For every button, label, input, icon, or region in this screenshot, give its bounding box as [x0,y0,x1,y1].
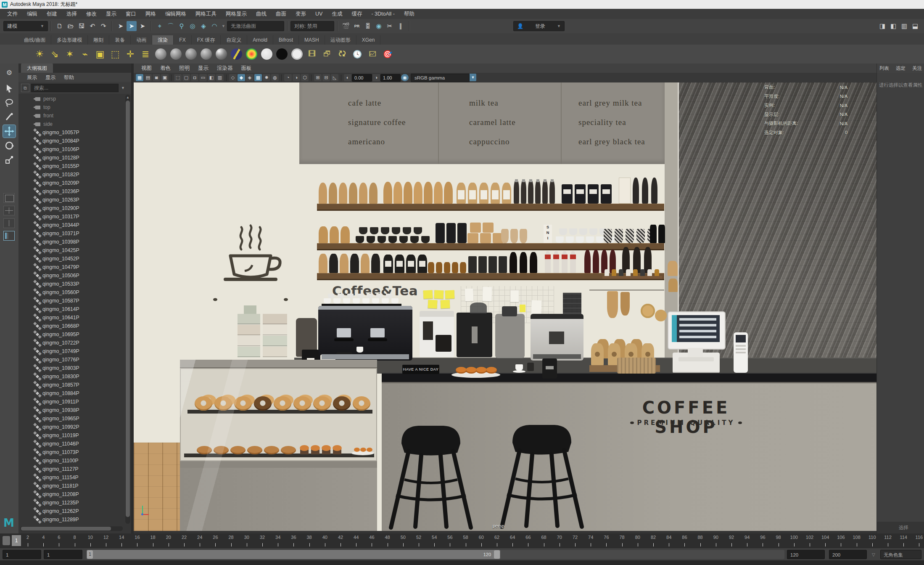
timeline-tick-label[interactable]: 62 [489,535,504,540]
timeline-tick-label[interactable]: 74 [583,535,598,540]
light-editor-icon[interactable]: ✛ [124,48,137,61]
viewport-toggle-icon[interactable]: ✸ [263,74,270,81]
timeline-tick-label[interactable]: 72 [568,535,583,540]
exposure-field[interactable]: 0.00 [352,74,372,82]
viewport-menu-item[interactable]: 显示 [194,65,213,72]
menu-item[interactable]: 帮助 [399,9,419,19]
outliner-horizontal-scrollbar[interactable] [20,526,123,531]
viewport-canvas[interactable]: 背面:N/A平滑度:N/A实例:N/A显示层:N/A与摄影机的距离:N/A选定对… [134,82,876,531]
scale-tool-icon[interactable] [3,154,16,166]
scroll-up-icon[interactable]: ▲ [125,95,130,100]
menu-item[interactable]: 缓存 [347,9,367,19]
viewport-menu-item[interactable]: 视图 [137,65,156,72]
outliner-mesh-row[interactable]: qingmo_11019P [18,431,124,440]
timeline-tick-label[interactable]: 88 [693,535,708,540]
batch-render-icon[interactable]: 🗗 [321,48,333,61]
playback-start-field[interactable]: 1 [44,550,82,559]
outliner-mesh-row[interactable]: qingmo_10128P [18,154,124,162]
outliner-mesh-row[interactable]: qingmo_10830P [18,372,124,381]
use-background-icon[interactable] [275,48,288,61]
menu-item[interactable]: 修改 [82,9,101,19]
outliner-menu-item[interactable]: 显示 [41,74,60,81]
timeline-tick-label[interactable]: 112 [880,535,895,540]
viewport-toggle-icon[interactable]: ⬚ [174,74,182,81]
outliner-mesh-row[interactable]: qingmo_10533P [18,280,124,288]
timeline-tick-label[interactable]: 116 [911,535,924,540]
shelf-tab[interactable]: FX 缓存 [192,35,221,45]
shelf-tab[interactable]: Bifrost [273,35,299,45]
exposure-icon[interactable]: ◐ [344,74,351,81]
viewport-toggle-icon[interactable]: ▥ [216,74,224,81]
timeline-tick-label[interactable]: 44 [348,535,364,540]
outliner-vertical-scrollbar[interactable]: ▲ [125,95,130,524]
viewport-toggle-icon[interactable]: ◈ [246,74,253,81]
menu-item[interactable]: 网格工具 [191,9,221,19]
channel-box-menu-item[interactable]: 关注 [912,65,922,72]
outliner-mesh-row[interactable]: qingmo_10425P [18,246,124,255]
render-view-icon[interactable]: ◉ [374,21,384,31]
timeline-tick-label[interactable]: 6 [51,535,66,540]
outliner-mesh-row[interactable]: qingmo_11235P [18,499,124,507]
outliner-mesh-row[interactable]: qingmo_10992P [18,423,124,431]
timeline-tick-label[interactable]: 2 [20,535,35,540]
outliner-mesh-row[interactable]: qingmo_10641P [18,313,124,322]
directional-light-icon[interactable]: ⇘ [48,48,61,61]
outliner-mesh-row[interactable]: qingmo_10236P [18,187,124,196]
outliner-camera-row[interactable]: top [18,103,124,111]
render-settings-icon[interactable]: 🎛 [363,21,373,31]
viewport-toggle-icon[interactable]: ◇ [229,74,237,81]
timeline-tick-label[interactable]: 36 [286,535,301,540]
menu-item[interactable]: 文件 [3,9,22,19]
outliner-mesh-row[interactable]: qingmo_10695P [18,330,124,339]
outliner-mesh-row[interactable]: qingmo_10722P [18,339,124,347]
animation-end-field[interactable]: 200 [829,550,867,559]
timeline-tick-label[interactable]: 94 [739,535,755,540]
outliner-mesh-row[interactable]: qingmo_10776P [18,355,124,364]
outliner-mesh-row[interactable]: qingmo_10106P [18,145,124,154]
outliner-mesh-row[interactable]: qingmo_11262P [18,507,124,515]
timeline-tick-label[interactable]: 8 [67,535,82,540]
channel-box-menu-item[interactable]: 列表 [879,65,889,72]
shelf-tab[interactable]: 渲染 [152,35,174,45]
timeline-tick-label[interactable]: 60 [474,535,489,540]
viewport-toggle-icon[interactable]: ◔ [284,74,292,81]
viewport-toggle-icon[interactable]: ▢ [182,74,190,81]
outliner-mesh-row[interactable]: qingmo_10479P [18,263,124,271]
menu-item[interactable]: 创建 [42,9,62,19]
timeline-tick-label[interactable]: 78 [615,535,630,540]
viewport-toggle-icon[interactable]: ⊟ [322,74,330,81]
render-settings-shelf-icon[interactable]: 🎞 [306,48,318,61]
save-scene-icon[interactable]: 🖫 [77,21,87,31]
shelf-tab[interactable]: Arnold [247,35,273,45]
timeline-tick-label[interactable]: 80 [630,535,645,540]
viewport-menu-item[interactable]: 照明 [175,65,194,72]
outliner-mesh-row[interactable]: qingmo_10560P [18,288,124,297]
viewport-menu-item[interactable]: 面板 [237,65,256,72]
timeline-tick-label[interactable]: 38 [302,535,317,540]
ramp-shader-icon[interactable] [245,48,258,61]
light-linking-icon[interactable]: ≣ [139,48,152,61]
viewport-menu-item[interactable]: 渲染器 [213,65,237,72]
area-light-icon[interactable]: ⌁ [79,48,91,61]
ipr-render-icon[interactable]: PR [352,21,362,31]
timeline-tick-label[interactable]: 64 [505,535,520,540]
current-frame-marker[interactable]: 1 [12,535,21,546]
shelf-tab[interactable]: 装备 [109,35,131,45]
channel-box-toggle-icon[interactable]: ▥ [899,21,909,31]
range-start-grip[interactable]: 1 [87,550,93,559]
timeline-tick-label[interactable]: 84 [661,535,676,540]
range-end-grip[interactable] [494,550,500,559]
viewport-toggle-icon[interactable]: ▦ [136,74,143,81]
outliner-mesh-row[interactable]: qingmo_11100P [18,456,124,465]
gamma-icon[interactable]: ◑ [372,74,380,81]
layout-outliner-persp-button[interactable] [3,231,15,241]
spot-light-icon[interactable]: ✶ [63,48,76,61]
open-scene-icon[interactable]: 🗁 [66,21,76,31]
timeline-tick-label[interactable]: 104 [818,535,833,540]
timeline-tick-label[interactable]: 52 [411,535,426,540]
outliner-mesh-row[interactable]: qingmo_10668P [18,322,124,330]
timeline-tick-label[interactable]: 32 [255,535,270,540]
timeline-tick-label[interactable]: 42 [333,535,348,540]
menu-item[interactable]: 曲面 [271,9,291,19]
timeline-tick-label[interactable]: 30 [239,535,254,540]
